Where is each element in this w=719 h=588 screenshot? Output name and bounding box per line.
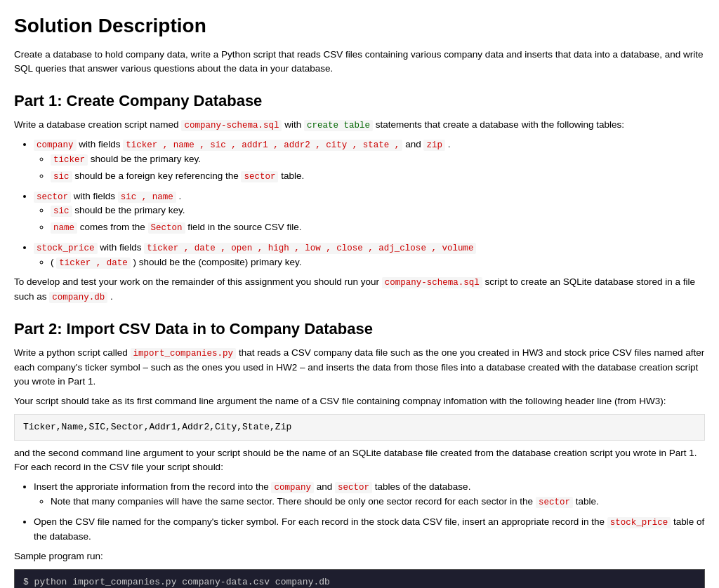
stock-price-label: stock_price xyxy=(34,243,98,254)
list-item: name comes from the Secton field in the … xyxy=(51,220,705,235)
stock-price-fields: ticker , date , open , high , low , clos… xyxy=(144,243,476,254)
company-label: company xyxy=(34,140,77,151)
part1-footer-code2: company.db xyxy=(49,292,107,303)
part1-intro3: statements that create a database with t… xyxy=(376,119,624,130)
list-item: Insert the approriate information from t… xyxy=(34,480,705,509)
insert-sublist: Note that many companies will have the s… xyxy=(51,495,705,509)
company-subitems: ticker should be the primary key. sic sh… xyxy=(51,152,705,184)
list-item: sic should be a foreign key referencing … xyxy=(51,169,705,184)
part1-filename1: company-schema.sql xyxy=(181,120,282,131)
part1-intro2: with xyxy=(284,119,301,130)
company-field-zip: zip xyxy=(423,140,445,151)
part2-arg-desc: Your script should take as its first com… xyxy=(14,394,705,408)
sample-label: Sample program run: xyxy=(14,549,705,563)
list-item: sector with fields sic , name . sic shou… xyxy=(34,189,705,235)
part1-footer-text: To develop and test your work on the rem… xyxy=(14,276,379,287)
list-item: Note that many companies will have the s… xyxy=(51,495,705,509)
page-title: Solution Description xyxy=(14,11,705,41)
company-fields: ticker , name , sic , addr1 , addr2 , ci… xyxy=(123,140,402,151)
part1-heading: Part 1: Create Company Database xyxy=(14,89,705,112)
part2-intro-text: Write a python script called xyxy=(14,347,128,358)
page-intro: Create a database to hold company data, … xyxy=(14,48,705,76)
part1-intro-paragraph: Write a database creation script named c… xyxy=(14,118,705,133)
part2-header-line: Ticker,Name,SIC,Sector,Addr1,Addr2,City,… xyxy=(14,414,705,441)
page-container: Solution Description Create a database t… xyxy=(14,11,705,588)
list-item: Open the CSV file named for the company'… xyxy=(34,515,705,544)
part2-heading: Part 2: Import CSV Data in to Company Da… xyxy=(14,317,705,340)
part2-filename: import_companies.py xyxy=(131,348,237,359)
sample-code: $ python import_companies.py company-dat… xyxy=(14,569,705,588)
sector-subitems: sic should be the primary key. name come… xyxy=(51,203,705,235)
part1-footer: To develop and test your work on the rem… xyxy=(14,275,705,305)
list-item: stock_price with fields ticker , date , … xyxy=(34,241,705,270)
list-item: ( ticker , date ) should be the (composi… xyxy=(51,255,705,270)
sector-label: sector xyxy=(34,192,71,203)
part2-list: Insert the approriate information from t… xyxy=(34,480,705,544)
part1-keyword1: create table xyxy=(304,120,373,131)
part1-footer-code: company-schema.sql xyxy=(382,277,482,288)
part2-arg2-desc: and the second command line argument to … xyxy=(14,446,705,475)
list-item: ticker should be the primary key. xyxy=(51,152,705,167)
list-item: sic should be the primary key. xyxy=(51,203,705,218)
part2-intro-paragraph: Write a python script called import_comp… xyxy=(14,346,705,389)
list-item: company with fields ticker , name , sic … xyxy=(34,138,705,183)
part1-intro-text: Write a database creation script named xyxy=(14,119,179,130)
stock-price-subitems: ( ticker , date ) should be the (composi… xyxy=(51,255,705,270)
part1-table-list: company with fields ticker , name , sic … xyxy=(34,138,705,269)
sector-fields: sic , name xyxy=(118,192,176,203)
